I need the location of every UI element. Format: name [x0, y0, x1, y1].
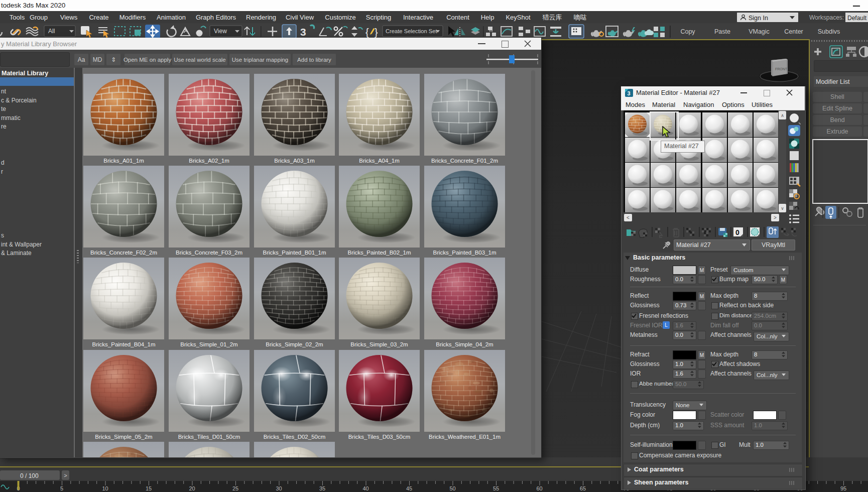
- svg-text:All: All: [48, 28, 55, 35]
- svg-text:40: 40: [362, 485, 368, 491]
- svg-text:15: 15: [146, 485, 152, 491]
- svg-text:50: 50: [449, 485, 455, 491]
- svg-text:95: 95: [840, 485, 846, 491]
- svg-text:Create Selection Set: Create Selection Set: [386, 28, 438, 34]
- svg-text:30: 30: [276, 485, 282, 491]
- svg-text:20: 20: [189, 485, 195, 491]
- svg-text:5: 5: [60, 485, 63, 491]
- svg-text:FRONT: FRONT: [775, 67, 788, 71]
- svg-text:View: View: [214, 28, 227, 35]
- svg-text:35: 35: [319, 485, 325, 491]
- svg-text:{: {: [365, 27, 369, 38]
- svg-text:0: 0: [735, 228, 739, 236]
- svg-text:}: }: [375, 27, 378, 38]
- svg-text:10: 10: [102, 485, 108, 491]
- svg-text:55: 55: [493, 485, 499, 491]
- svg-text:3: 3: [300, 26, 306, 38]
- svg-text:3: 3: [628, 90, 631, 96]
- svg-text:65: 65: [580, 485, 586, 491]
- svg-text:60: 60: [536, 485, 542, 491]
- svg-text:45: 45: [406, 485, 412, 491]
- svg-text:25: 25: [232, 485, 238, 491]
